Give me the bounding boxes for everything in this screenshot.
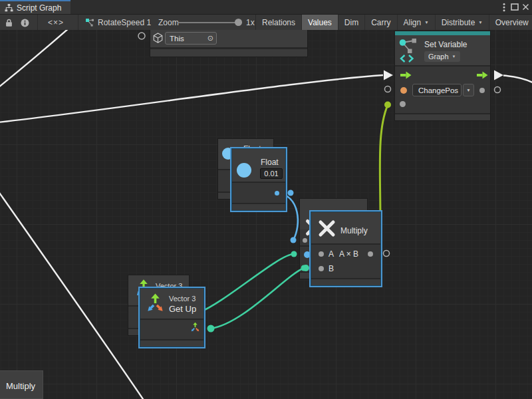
- target-object-field[interactable]: This ⊙: [165, 32, 217, 45]
- maximize-button[interactable]: [510, 2, 519, 12]
- toolbar-divider: [78, 15, 78, 30]
- wire-endpoint: [384, 102, 391, 108]
- node-title: Multiply: [6, 381, 35, 391]
- hollow-port-indicator: [495, 87, 501, 93]
- wire-value-teal: [199, 254, 294, 313]
- tab-script-graph[interactable]: Script Graph: [0, 0, 70, 14]
- wire-arrowhead: [384, 70, 393, 80]
- wire-value-lime: [380, 105, 388, 221]
- tab-bar: Script Graph: [0, 0, 532, 15]
- toolbar-divider: [37, 15, 38, 30]
- node-accent-strip: [395, 31, 490, 35]
- align-dropdown-button[interactable]: Align▼: [398, 15, 436, 30]
- node-title: Set Variable: [424, 40, 467, 49]
- vector3-output-port[interactable]: [190, 322, 201, 333]
- input-a-port[interactable]: [319, 251, 324, 257]
- float-value-field[interactable]: 0.01: [260, 168, 283, 179]
- value-input-port[interactable]: [400, 101, 406, 107]
- node-this[interactable]: This ⊙: [150, 30, 308, 57]
- gameobject-cube-icon: [153, 33, 163, 43]
- wire-endpoint: [288, 190, 294, 196]
- wire-endpoint: [301, 265, 307, 271]
- input-a-label: A: [329, 249, 334, 259]
- lock-button[interactable]: [5, 18, 13, 30]
- graph-toolbar: <×> RotateSpeed 1 Zoom 1x Relations Valu…: [0, 15, 532, 31]
- wire-endpoint: [291, 251, 297, 257]
- node-multiply[interactable]: Multiply A A × B B: [311, 211, 381, 286]
- wire-control: [0, 75, 383, 122]
- node-set-variable[interactable]: Set Variable Graph ▼ ChangePos ▼: [394, 31, 491, 121]
- wire-control: [0, 30, 69, 88]
- value-output-port[interactable]: [479, 88, 485, 93]
- float-icon: [237, 163, 251, 178]
- chevron-down-icon: ▼: [452, 55, 456, 59]
- result-output-port[interactable]: [368, 251, 373, 257]
- wire-arrowhead: [494, 70, 503, 80]
- node-title: Multiply: [340, 226, 368, 235]
- zoom-slider-track[interactable]: [178, 22, 242, 23]
- variable-scope-dropdown[interactable]: Graph ▼: [424, 51, 460, 62]
- variable-dropdown[interactable]: ChangePos ▼: [412, 84, 474, 96]
- toolbar-buttons: Relations Values Dim Carry Align▼ Distri…: [256, 15, 532, 30]
- graph-asset-icon: [85, 18, 94, 30]
- hollow-port-indicator: [384, 251, 390, 257]
- node-float[interactable]: Float 0.01: [231, 148, 286, 211]
- graph-canvas[interactable]: Float Vector 3: [0, 30, 532, 399]
- distribute-dropdown-button[interactable]: Distribute▼: [436, 15, 489, 30]
- node-title: Float: [261, 158, 279, 167]
- node-subtitle: Get Up: [169, 304, 196, 314]
- chevron-down-icon: ▼: [424, 20, 428, 25]
- control-input-port[interactable]: [400, 71, 412, 79]
- input-b-port[interactable]: [319, 266, 324, 271]
- info-button[interactable]: [21, 18, 29, 30]
- wire-control: [0, 191, 144, 399]
- values-button[interactable]: Values: [302, 15, 338, 30]
- node-title: Vector 3: [169, 295, 196, 303]
- zoom-value-label: 1x: [246, 18, 255, 27]
- tab-label: Script Graph: [17, 3, 61, 13]
- control-output-port[interactable]: [477, 71, 488, 79]
- wire-control: [503, 76, 532, 84]
- float-output-port[interactable]: [275, 191, 279, 196]
- set-variable-icon: [398, 38, 420, 63]
- chevron-down-icon[interactable]: ▼: [463, 84, 474, 96]
- node-multiply-partial[interactable]: Multiply: [0, 370, 43, 399]
- node-get-up[interactable]: Vector 3 Get Up: [140, 288, 204, 347]
- graph-hierarchy-icon: [5, 3, 13, 12]
- lock-icon: [5, 19, 13, 27]
- window-menu-button[interactable]: [499, 2, 509, 12]
- object-field-value: This: [170, 35, 184, 43]
- output-label: A × B: [339, 249, 358, 259]
- object-picker-icon[interactable]: ⊙: [207, 35, 213, 42]
- wire-endpoint: [291, 237, 297, 243]
- input-b-label: B: [329, 264, 334, 273]
- dim-button[interactable]: Dim: [338, 15, 365, 30]
- close-button[interactable]: [521, 2, 530, 12]
- hollow-port-indicator: [385, 86, 391, 92]
- kebab-menu-icon: [503, 3, 505, 12]
- multiply-icon: [317, 219, 336, 238]
- graph-name-label: RotateSpeed 1: [98, 18, 151, 27]
- variable-name-port[interactable]: [400, 87, 407, 94]
- chevron-down-icon: ▼: [478, 20, 482, 25]
- zoom-slider-handle[interactable]: [235, 19, 242, 26]
- hollow-port-indicator: [138, 33, 145, 39]
- relations-button[interactable]: Relations: [256, 15, 302, 30]
- overview-button[interactable]: Overview: [489, 15, 532, 30]
- info-icon: [21, 19, 29, 27]
- close-icon: [522, 3, 529, 11]
- code-view-button[interactable]: <×>: [48, 18, 64, 27]
- maximize-icon: [511, 3, 519, 11]
- zoom-label: Zoom: [158, 18, 179, 27]
- carry-button[interactable]: Carry: [365, 15, 397, 30]
- wire-endpoint: [207, 325, 215, 332]
- vector3-icon: [144, 293, 166, 315]
